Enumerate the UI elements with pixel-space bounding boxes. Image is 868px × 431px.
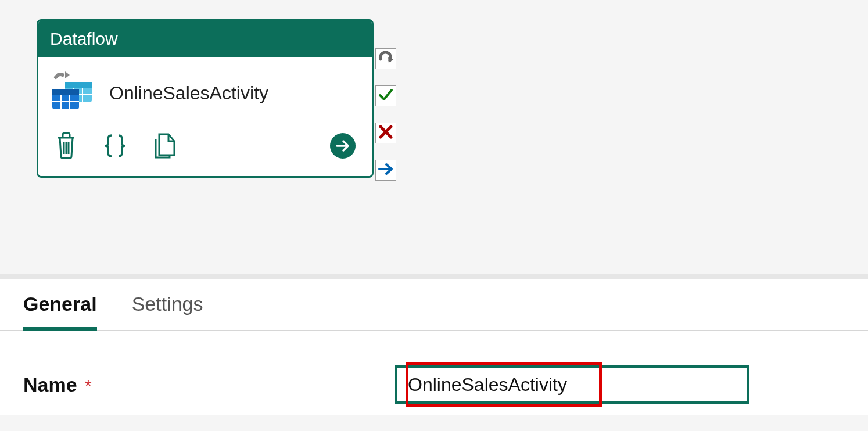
- x-icon: [379, 125, 393, 141]
- activity-body: OnlineSalesActivity: [38, 57, 372, 120]
- name-input-wrapper: [395, 365, 749, 404]
- activity-type-header: Dataflow: [38, 21, 372, 57]
- tabs: General Settings: [0, 279, 868, 331]
- retry-icon: [378, 51, 393, 66]
- activity-status-handles: [375, 48, 396, 181]
- retry-handle[interactable]: [375, 48, 396, 69]
- copy-icon[interactable]: [152, 132, 178, 162]
- tab-settings[interactable]: Settings: [132, 293, 203, 330]
- braces-icon[interactable]: [101, 132, 129, 162]
- tab-general-label: General: [23, 293, 97, 315]
- failure-handle[interactable]: [375, 123, 396, 143]
- activity-footer: [38, 120, 372, 176]
- dataflow-activity-card[interactable]: Dataflow OnlineSales: [37, 19, 374, 178]
- activity-name-display: OnlineSalesActivity: [109, 82, 268, 104]
- svg-rect-2: [65, 82, 92, 88]
- svg-marker-0: [65, 71, 70, 78]
- tab-general[interactable]: General: [23, 293, 97, 331]
- trash-icon[interactable]: [55, 132, 78, 162]
- properties-panel: General Settings Name *: [0, 274, 868, 415]
- success-handle[interactable]: [375, 85, 396, 106]
- check-icon: [378, 88, 393, 104]
- skip-handle[interactable]: [375, 160, 396, 181]
- activity-type-label: Dataflow: [50, 29, 118, 48]
- arrow-circle-icon[interactable]: [330, 133, 356, 161]
- pipeline-canvas[interactable]: Dataflow OnlineSales: [0, 0, 868, 267]
- tab-settings-label: Settings: [132, 293, 203, 315]
- name-form-row: Name *: [0, 331, 868, 415]
- dataflow-icon: [50, 71, 95, 114]
- svg-rect-7: [52, 89, 79, 95]
- arrow-right-icon: [378, 163, 393, 178]
- name-label: Name *: [23, 373, 395, 396]
- required-indicator: *: [85, 376, 92, 395]
- name-input[interactable]: [395, 365, 749, 404]
